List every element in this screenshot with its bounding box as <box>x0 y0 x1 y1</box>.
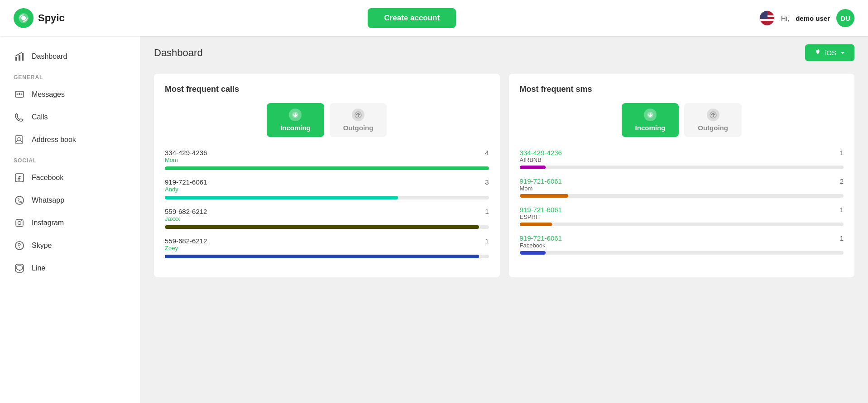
sms-incoming-label: Incoming <box>635 124 666 132</box>
svg-point-14 <box>18 222 21 225</box>
call-bar-fill-0 <box>165 166 489 170</box>
sms-bar-fill-2 <box>520 223 552 226</box>
call-count-2: 1 <box>485 208 489 215</box>
calls-icon <box>14 111 25 123</box>
sms-bar-fill-0 <box>520 166 546 169</box>
sms-number-1: 919-721-6061 <box>520 177 562 185</box>
sms-bar-bg-1 <box>520 194 844 198</box>
sms-incoming-arrow-icon <box>644 109 657 121</box>
calls-toggle-group: Incoming Outgoing <box>165 103 489 137</box>
messages-icon <box>14 89 25 100</box>
svg-point-12 <box>15 196 24 204</box>
sms-source-0: AIRBNB <box>520 156 562 163</box>
sms-source-1: Mom <box>520 185 562 192</box>
calls-outgoing-toggle[interactable]: Outgoing <box>330 103 387 137</box>
sms-incoming-toggle[interactable]: Incoming <box>622 103 679 137</box>
create-account-button[interactable]: Create account <box>368 8 456 28</box>
sidebar-item-dashboard[interactable]: Dashboard <box>0 45 140 68</box>
svg-rect-3 <box>19 55 20 61</box>
sidebar-item-address-book[interactable]: Address book <box>0 128 140 151</box>
instagram-icon <box>14 217 25 229</box>
sidebar-skype-label: Skype <box>32 242 52 250</box>
call-bar-bg-0 <box>165 166 489 170</box>
sidebar-item-calls[interactable]: Calls <box>0 106 140 128</box>
avatar: DU <box>836 9 854 27</box>
outgoing-arrow-icon <box>352 109 364 121</box>
cards-row: Most frequent calls Incoming <box>140 69 868 286</box>
flag-icon <box>759 10 775 26</box>
sms-entry-0: 334-429-4236 AIRBNB 1 <box>520 149 844 169</box>
sidebar-facebook-label: Facebook <box>32 174 63 182</box>
sidebar-whatsapp-label: Whatsapp <box>32 196 64 204</box>
svg-point-6 <box>19 93 20 95</box>
sms-number-3: 919-721-6061 <box>520 234 562 242</box>
sms-entry-1: 919-721-6061 Mom 2 <box>520 177 844 198</box>
svg-rect-4 <box>22 53 24 61</box>
sms-card: Most frequent sms Incoming <box>509 74 855 277</box>
sms-outgoing-toggle[interactable]: Outgoing <box>684 103 742 137</box>
sidebar-dashboard-label: Dashboard <box>32 52 67 61</box>
calls-card: Most frequent calls Incoming <box>154 74 500 277</box>
sms-number-2: 919-721-6061 <box>520 206 562 213</box>
sms-outgoing-arrow-icon <box>707 109 719 121</box>
calls-entry-1: 919-721-6061 Andy 3 <box>165 178 489 199</box>
sms-count-1: 2 <box>840 177 844 185</box>
calls-incoming-label: Incoming <box>280 124 311 132</box>
logo-area: Spyic <box>14 8 65 28</box>
call-count-3: 1 <box>485 237 489 245</box>
sms-bar-fill-1 <box>520 194 568 198</box>
social-section-label: SOCIAL <box>0 151 140 166</box>
sms-bar-fill-3 <box>520 251 546 255</box>
sidebar-calls-label: Calls <box>32 113 48 121</box>
call-number-2: 559-682-6212 <box>165 208 207 215</box>
sms-entry-3: 919-721-6061 Facebook 1 <box>520 234 844 255</box>
header-right: Hi, demo user DU <box>759 9 854 27</box>
sms-source-2: ESPRIT <box>520 213 562 220</box>
call-name-1: Andy <box>165 186 207 193</box>
sidebar-item-instagram[interactable]: Instagram <box>0 212 140 234</box>
sms-source-3: Facebook <box>520 242 562 249</box>
sms-entry-2: 919-721-6061 ESPRIT 1 <box>520 206 844 226</box>
svg-rect-1 <box>760 11 767 19</box>
header: Spyic Create account Hi, demo user DU <box>0 0 868 36</box>
sidebar-item-line[interactable]: Line <box>0 257 140 280</box>
call-name-3: Zoey <box>165 245 207 251</box>
sms-count-0: 1 <box>840 149 844 156</box>
ios-btn-label: iOS <box>825 49 836 57</box>
calls-entry-0: 334-429-4236 Mom 4 <box>165 149 489 170</box>
svg-point-8 <box>21 94 23 95</box>
sidebar-item-whatsapp[interactable]: Whatsapp <box>0 189 140 212</box>
user-name: demo user <box>796 14 830 22</box>
sidebar-item-messages[interactable]: Messages <box>0 83 140 106</box>
call-count-1: 3 <box>485 178 489 186</box>
call-bar-bg-2 <box>165 225 489 229</box>
incoming-arrow-icon <box>289 109 302 121</box>
skype-icon <box>14 240 25 251</box>
sidebar-messages-label: Messages <box>32 90 65 99</box>
call-number-0: 334-429-4236 <box>165 149 207 156</box>
sidebar-line-label: Line <box>32 264 45 272</box>
sidebar: Dashboard GENERAL Messages Calls <box>0 36 140 403</box>
page-title: Dashboard <box>154 47 203 59</box>
hi-label: Hi, <box>781 14 789 22</box>
line-icon <box>14 262 25 274</box>
facebook-icon <box>14 172 25 184</box>
call-bar-fill-1 <box>165 196 398 199</box>
call-bar-fill-2 <box>165 225 479 229</box>
ios-button[interactable]: iOS <box>805 44 854 61</box>
logo-icon <box>14 8 34 28</box>
calls-entry-2: 559-682-6212 Jaxxx 1 <box>165 208 489 229</box>
sidebar-item-facebook[interactable]: Facebook <box>0 166 140 189</box>
sms-number-0: 334-429-4236 <box>520 149 562 156</box>
sidebar-item-skype[interactable]: Skype <box>0 234 140 257</box>
calls-entry-3: 559-682-6212 Zoey 1 <box>165 237 489 258</box>
calls-incoming-toggle[interactable]: Incoming <box>267 103 324 137</box>
call-count-0: 4 <box>485 149 489 156</box>
main-layout: Dashboard GENERAL Messages Calls <box>0 36 868 403</box>
sidebar-addressbook-label: Address book <box>32 136 76 144</box>
sidebar-instagram-label: Instagram <box>32 219 64 227</box>
addressbook-icon <box>14 134 25 146</box>
sms-bar-bg-0 <box>520 166 844 169</box>
sms-toggle-group: Incoming Outgoing <box>520 103 844 137</box>
svg-rect-2 <box>15 57 17 61</box>
